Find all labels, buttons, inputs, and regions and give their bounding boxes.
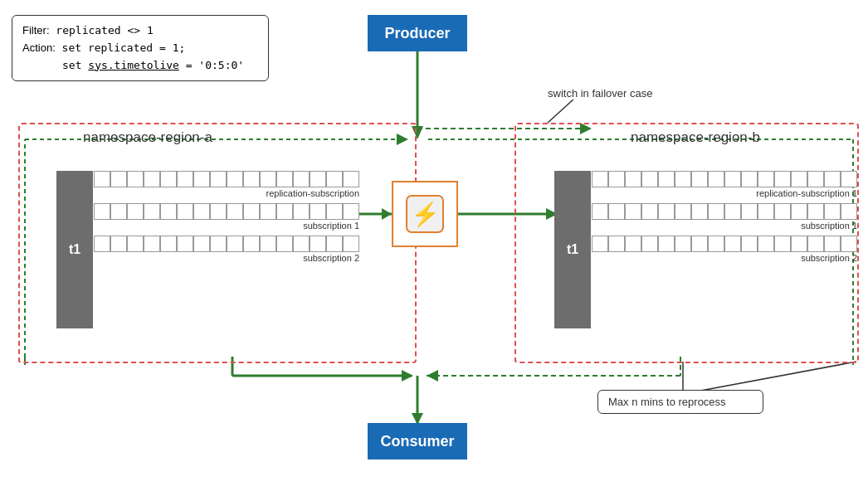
svg-marker-12 [402, 370, 413, 382]
maxmins-text: Max n mins to reprocess [608, 396, 726, 408]
switch-annotation: switch in failover case [548, 87, 652, 100]
function-icon: ⚡ [405, 194, 445, 234]
queue-replication-a: replication-subscription subscription 1 … [94, 171, 359, 265]
producer-box: Producer [368, 15, 467, 51]
action-line1: set replicated = 1; [62, 41, 186, 54]
producer-label: Producer [384, 25, 450, 42]
switch-note-text: switch in failover case [548, 87, 652, 100]
queue-row-replication-a [94, 171, 359, 187]
replication-sub-label-b: replication-subscription 1 [592, 188, 857, 198]
action-line2: set sys.timetolive = '0:5:0' [22, 59, 244, 71]
action-label: Action: [22, 41, 56, 54]
t1-label-a: t1 [69, 242, 80, 257]
diagram-container: Filter: replicated <> 1 Action: set repl… [0, 0, 868, 491]
svg-marker-13 [427, 370, 438, 382]
filter-value: replicated <> 1 [56, 24, 153, 36]
replication-sub-label-a: replication-subscription [94, 188, 359, 198]
svg-text:⚡: ⚡ [411, 201, 440, 228]
queue-row-replication-b [592, 171, 857, 187]
queue-row-sub1-b [592, 203, 857, 220]
sub1-label-a: subscription 1 [94, 221, 359, 231]
queue-row-sub2-a [94, 236, 359, 252]
consumer-label: Consumer [380, 433, 454, 450]
region-b-label: namespace-region-b [631, 129, 760, 146]
sub1-label-b: subscription 1 [592, 221, 857, 231]
filter-label: Filter: [22, 24, 50, 36]
filter-annotation-box: Filter: replicated <> 1 Action: set repl… [12, 15, 269, 81]
queue-replication-b: replication-subscription 1 subscription … [592, 171, 857, 265]
t1-label-b: t1 [567, 242, 578, 257]
timetolive-underline: sys.timetolive [88, 59, 179, 71]
sub2-label-a: subscription 2 [94, 253, 359, 263]
t1-block-a: t1 [56, 171, 93, 328]
region-a-label: namespace-region-a [83, 129, 212, 146]
consumer-box: Consumer [368, 423, 467, 459]
sub2-label-b: subscription 2 [592, 253, 857, 263]
function-box: ⚡ [392, 181, 458, 247]
maxmins-annotation-box: Max n mins to reprocess [597, 390, 763, 414]
queue-row-sub1-a [94, 203, 359, 220]
t1-block-b: t1 [554, 171, 591, 328]
queue-row-sub2-b [592, 236, 857, 252]
svg-line-22 [548, 98, 575, 123]
